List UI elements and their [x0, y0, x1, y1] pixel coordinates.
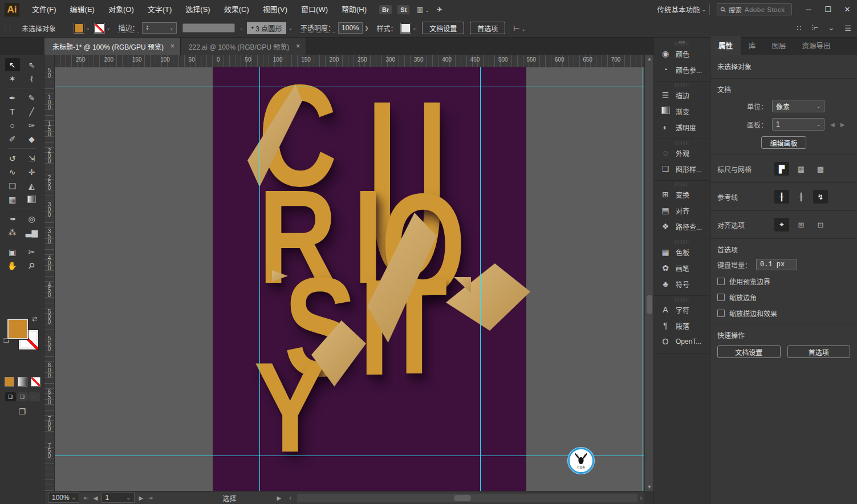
horizontal-ruler[interactable]: 2502001501005005010015020025030035040045…: [55, 55, 644, 67]
share-icon[interactable]: ✈: [436, 5, 442, 14]
menu-item-8[interactable]: 帮助(H): [335, 0, 373, 19]
fill-color-swatch[interactable]: [74, 23, 84, 33]
vertical-guide-4[interactable]: [643, 67, 643, 491]
dock-item-brushes-panel[interactable]: ✿画笔: [654, 260, 710, 276]
next-artboard-arrow-icon[interactable]: ▶: [840, 121, 845, 128]
hand-tool[interactable]: ✋: [5, 259, 20, 272]
bridge-button[interactable]: Br: [379, 5, 392, 14]
snap-grid-toggle[interactable]: ⊞: [794, 218, 809, 231]
checkbox-1[interactable]: [717, 294, 725, 301]
properties-tab-3[interactable]: 资源导出: [794, 36, 839, 55]
first-artboard-icon[interactable]: ⇤: [84, 495, 88, 501]
zoom-level-select[interactable]: 100%⌄: [48, 493, 79, 503]
menu-item-3[interactable]: 文字(T): [141, 0, 179, 19]
magic-wand-tool[interactable]: ✶: [5, 72, 20, 85]
status-menu-icon[interactable]: ▶: [277, 495, 282, 501]
checkbox-2[interactable]: [717, 310, 725, 317]
column-graph-tool[interactable]: ▃▆: [25, 226, 39, 239]
menu-item-6[interactable]: 视图(V): [256, 0, 294, 19]
draw-normal-button[interactable]: ❏: [5, 392, 16, 401]
dock-item-paragraph-panel[interactable]: ¶段落: [654, 318, 710, 334]
document-tab-0[interactable]: 未标题-1* @ 100% (RGB/GPU 预览)×: [44, 38, 181, 55]
prev-artboard-arrow-icon[interactable]: ◀: [830, 121, 835, 128]
dock-item-color-panel[interactable]: ◉颜色: [654, 46, 710, 62]
expand-panels-icon[interactable]: ««: [653, 38, 710, 47]
brush-definition-select[interactable]: • 3 点圆形: [247, 22, 287, 34]
screen-mode-button[interactable]: ❐: [0, 407, 44, 416]
dock-item-opentype-panel[interactable]: OOpenT...: [654, 334, 710, 349]
document-setup-button[interactable]: 文档设置: [422, 22, 464, 34]
keyboard-increment-field[interactable]: 0.1 px: [756, 259, 797, 270]
opacity-field[interactable]: 100%: [338, 22, 363, 34]
ellipse-tool[interactable]: ○: [5, 119, 20, 132]
pen-tool[interactable]: ✒: [5, 91, 20, 104]
blend-tool[interactable]: ◎: [25, 212, 39, 225]
dock-options-icon[interactable]: ⫶⌐⌄: [812, 23, 835, 32]
scroll-up-icon[interactable]: ▲: [645, 56, 654, 62]
minimize-button[interactable]: ─: [799, 2, 818, 18]
properties-tab-0[interactable]: 属性: [710, 36, 741, 55]
dock-group-grip[interactable]: |||||||||: [654, 297, 710, 302]
panel-menu-icon[interactable]: ☰: [844, 24, 851, 32]
dock-group-grip[interactable]: |||||||||: [654, 182, 710, 186]
vertical-guide-3[interactable]: [480, 67, 481, 491]
prev-artboard-icon[interactable]: ◀: [94, 495, 98, 501]
dock-item-gradient-panel[interactable]: 渐变: [654, 103, 710, 119]
none-button[interactable]: [31, 377, 40, 387]
eyedropper-tool[interactable]: ✒: [5, 212, 20, 225]
opacity-expand-icon[interactable]: ❯: [365, 26, 369, 31]
artboard-number-select[interactable]: 1⌄: [101, 493, 135, 503]
perspective-grid-tool[interactable]: ◭: [25, 179, 39, 192]
next-artboard-icon[interactable]: ▶: [139, 495, 144, 501]
dock-item-swatches-panel[interactable]: ▦色板: [654, 244, 710, 260]
symbol-sprayer-tool[interactable]: ⁂: [5, 226, 20, 239]
lock-guides-toggle[interactable]: ╂: [794, 190, 809, 204]
direct-selection-tool[interactable]: ⇖: [25, 58, 39, 71]
workspace-switcher[interactable]: 传统基本功能: [657, 4, 700, 15]
stroke-profile-select[interactable]: [182, 23, 235, 32]
gradient-button[interactable]: [18, 377, 27, 387]
vertical-scrollbar[interactable]: ▲ ▼: [644, 55, 653, 491]
shaper-tool[interactable]: ✐: [5, 132, 20, 145]
dock-item-character-panel[interactable]: A字符: [654, 302, 710, 318]
line-segment-tool[interactable]: ╱: [25, 105, 39, 118]
gradient-tool[interactable]: [25, 193, 39, 206]
horizontal-guide-1[interactable]: [55, 456, 644, 456]
artboard-select[interactable]: 1⌄: [772, 118, 824, 131]
horizontal-scrollbar[interactable]: [297, 494, 637, 502]
stroke-weight-field[interactable]: ▲▼⌄: [142, 22, 177, 34]
quick-action-document-setup[interactable]: 文档设置: [717, 346, 781, 358]
dock-group-grip[interactable]: |||||||||: [654, 140, 710, 145]
swap-fill-stroke-icon[interactable]: ⇄: [32, 315, 37, 323]
checkbox-0[interactable]: [717, 278, 725, 285]
dock-item-symbols-panel[interactable]: ♣符号: [654, 276, 710, 292]
poster-letter-Y[interactable]: Y: [254, 343, 327, 471]
search-input[interactable]: ⚲ 搜索 Adobe Stock: [717, 3, 792, 15]
arrange-documents-icon[interactable]: ▥⌄: [416, 5, 429, 14]
guides-toggle[interactable]: ╂: [774, 190, 789, 204]
preferences-button[interactable]: 首选项: [470, 22, 505, 34]
puppet-warp-tool[interactable]: ✛: [25, 165, 39, 178]
menu-item-7[interactable]: 窗口(W): [294, 0, 335, 19]
vertical-scroll-thumb[interactable]: [647, 295, 652, 314]
fill-indicator[interactable]: [7, 319, 28, 339]
eraser-tool[interactable]: ◆: [25, 132, 39, 145]
curvature-tool[interactable]: ✎: [25, 91, 39, 104]
dock-group-grip[interactable]: |||||||||: [654, 83, 710, 87]
stock-button[interactable]: St: [397, 5, 409, 14]
shape-builder-tool[interactable]: ❑: [5, 179, 20, 192]
scroll-left-icon[interactable]: ‹: [289, 494, 291, 501]
properties-tab-2[interactable]: 图层: [764, 36, 794, 55]
logo-sticker[interactable]: 行走客: [568, 448, 594, 474]
canvas[interactable]: CURIOSITY 行走客: [55, 67, 644, 491]
maximize-button[interactable]: ☐: [818, 2, 838, 18]
close-button[interactable]: ✕: [838, 2, 857, 18]
quick-action-preferences[interactable]: 首选项: [787, 346, 851, 358]
horizontal-guide-0[interactable]: [55, 87, 644, 87]
mesh-tool[interactable]: ▦: [5, 193, 20, 206]
tab-close-icon[interactable]: ×: [170, 42, 174, 50]
grid-snap-icon[interactable]: ∷: [797, 24, 801, 32]
smart-guides-toggle[interactable]: ↯: [813, 190, 828, 204]
dock-item-pathfinder-panel[interactable]: ❖路径查...: [654, 218, 710, 234]
menu-item-0[interactable]: 文件(F): [25, 0, 63, 19]
